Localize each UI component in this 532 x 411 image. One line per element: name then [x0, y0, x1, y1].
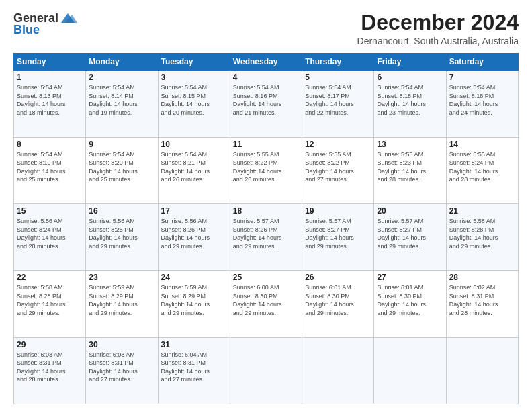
day-info: Sunrise: 5:55 AM Sunset: 8:24 PM Dayligh…	[449, 150, 515, 184]
table-row: 5Sunrise: 5:54 AM Sunset: 8:17 PM Daylig…	[302, 71, 374, 137]
table-row: 26Sunrise: 6:01 AM Sunset: 8:30 PM Dayli…	[302, 271, 374, 337]
col-friday: Friday	[374, 54, 446, 71]
logo-blue: Blue	[13, 23, 40, 37]
day-info: Sunrise: 6:02 AM Sunset: 8:31 PM Dayligh…	[449, 283, 515, 317]
calendar-row: 1Sunrise: 5:54 AM Sunset: 8:13 PM Daylig…	[14, 71, 519, 137]
table-row: 23Sunrise: 5:59 AM Sunset: 8:29 PM Dayli…	[86, 271, 158, 337]
day-number: 4	[233, 73, 299, 82]
day-info: Sunrise: 5:54 AM Sunset: 8:16 PM Dayligh…	[233, 83, 299, 117]
calendar-table: Sunday Monday Tuesday Wednesday Thursday…	[13, 53, 519, 404]
calendar-header-row: Sunday Monday Tuesday Wednesday Thursday…	[14, 54, 519, 71]
calendar-row: 29Sunrise: 6:03 AM Sunset: 8:31 PM Dayli…	[14, 337, 519, 404]
day-info: Sunrise: 5:57 AM Sunset: 8:27 PM Dayligh…	[377, 217, 443, 250]
day-number: 5	[305, 73, 371, 82]
table-row: 2Sunrise: 5:54 AM Sunset: 8:14 PM Daylig…	[86, 71, 158, 137]
table-row: 9Sunrise: 5:54 AM Sunset: 8:20 PM Daylig…	[86, 137, 158, 203]
table-row: 13Sunrise: 5:55 AM Sunset: 8:23 PM Dayli…	[374, 137, 446, 203]
day-info: Sunrise: 6:00 AM Sunset: 8:30 PM Dayligh…	[233, 283, 299, 317]
day-info: Sunrise: 5:58 AM Sunset: 8:28 PM Dayligh…	[449, 217, 515, 250]
col-saturday: Saturday	[446, 54, 518, 71]
day-number: 31	[161, 340, 227, 349]
page: General Blue December 2024 Dernancourt, …	[0, 0, 532, 411]
day-number: 16	[89, 206, 154, 216]
day-info: Sunrise: 5:54 AM Sunset: 8:18 PM Dayligh…	[449, 83, 515, 117]
table-row: 14Sunrise: 5:55 AM Sunset: 8:24 PM Dayli…	[446, 137, 518, 203]
table-row: 15Sunrise: 5:56 AM Sunset: 8:24 PM Dayli…	[14, 203, 86, 270]
table-row: 25Sunrise: 6:00 AM Sunset: 8:30 PM Dayli…	[230, 271, 302, 337]
table-row: 4Sunrise: 5:54 AM Sunset: 8:16 PM Daylig…	[230, 71, 302, 137]
day-info: Sunrise: 6:03 AM Sunset: 8:31 PM Dayligh…	[17, 351, 83, 384]
table-row: 3Sunrise: 5:54 AM Sunset: 8:15 PM Daylig…	[158, 71, 230, 137]
day-info: Sunrise: 6:03 AM Sunset: 8:31 PM Dayligh…	[89, 351, 154, 384]
logo: General Blue	[13, 11, 77, 37]
day-number: 23	[89, 273, 154, 282]
day-info: Sunrise: 5:54 AM Sunset: 8:15 PM Dayligh…	[161, 83, 227, 117]
col-monday: Monday	[86, 54, 158, 71]
table-row	[446, 337, 518, 404]
day-info: Sunrise: 5:58 AM Sunset: 8:28 PM Dayligh…	[17, 283, 83, 317]
day-number: 17	[161, 206, 227, 216]
day-info: Sunrise: 5:57 AM Sunset: 8:27 PM Dayligh…	[305, 217, 371, 250]
table-row: 17Sunrise: 5:56 AM Sunset: 8:26 PM Dayli…	[158, 203, 230, 270]
day-info: Sunrise: 5:54 AM Sunset: 8:17 PM Dayligh…	[305, 83, 371, 117]
day-number: 8	[17, 140, 83, 149]
day-number: 20	[377, 206, 443, 216]
day-info: Sunrise: 5:56 AM Sunset: 8:25 PM Dayligh…	[89, 217, 154, 250]
table-row: 29Sunrise: 6:03 AM Sunset: 8:31 PM Dayli…	[14, 337, 86, 404]
day-number: 27	[377, 273, 443, 282]
table-row: 12Sunrise: 5:55 AM Sunset: 8:22 PM Dayli…	[302, 137, 374, 203]
day-number: 15	[17, 206, 83, 216]
day-number: 11	[233, 140, 299, 149]
table-row: 7Sunrise: 5:54 AM Sunset: 8:18 PM Daylig…	[446, 71, 518, 137]
day-info: Sunrise: 5:56 AM Sunset: 8:26 PM Dayligh…	[161, 217, 227, 250]
calendar-row: 8Sunrise: 5:54 AM Sunset: 8:19 PM Daylig…	[14, 137, 519, 203]
day-number: 3	[161, 73, 227, 82]
day-number: 29	[17, 340, 83, 349]
day-info: Sunrise: 5:54 AM Sunset: 8:14 PM Dayligh…	[89, 83, 154, 117]
day-number: 10	[161, 140, 227, 149]
day-info: Sunrise: 5:55 AM Sunset: 8:22 PM Dayligh…	[233, 150, 299, 184]
table-row: 21Sunrise: 5:58 AM Sunset: 8:28 PM Dayli…	[446, 203, 518, 270]
day-number: 22	[17, 273, 83, 282]
day-info: Sunrise: 5:56 AM Sunset: 8:24 PM Dayligh…	[17, 217, 83, 250]
day-info: Sunrise: 6:01 AM Sunset: 8:30 PM Dayligh…	[305, 283, 371, 317]
table-row: 20Sunrise: 5:57 AM Sunset: 8:27 PM Dayli…	[374, 203, 446, 270]
day-number: 26	[305, 273, 371, 282]
table-row: 18Sunrise: 5:57 AM Sunset: 8:26 PM Dayli…	[230, 203, 302, 270]
col-sunday: Sunday	[14, 54, 86, 71]
day-info: Sunrise: 5:59 AM Sunset: 8:29 PM Dayligh…	[161, 283, 227, 317]
table-row	[302, 337, 374, 404]
day-number: 28	[449, 273, 515, 282]
table-row: 27Sunrise: 6:01 AM Sunset: 8:30 PM Dayli…	[374, 271, 446, 337]
table-row: 8Sunrise: 5:54 AM Sunset: 8:19 PM Daylig…	[14, 137, 86, 203]
day-info: Sunrise: 5:59 AM Sunset: 8:29 PM Dayligh…	[89, 283, 154, 317]
table-row	[230, 337, 302, 404]
table-row: 11Sunrise: 5:55 AM Sunset: 8:22 PM Dayli…	[230, 137, 302, 203]
day-number: 25	[233, 273, 299, 282]
table-row: 28Sunrise: 6:02 AM Sunset: 8:31 PM Dayli…	[446, 271, 518, 337]
title-block: December 2024 Dernancourt, South Austral…	[357, 11, 519, 46]
day-info: Sunrise: 5:54 AM Sunset: 8:19 PM Dayligh…	[17, 150, 83, 184]
main-title: December 2024	[357, 11, 519, 34]
col-thursday: Thursday	[302, 54, 374, 71]
day-info: Sunrise: 6:01 AM Sunset: 8:30 PM Dayligh…	[377, 283, 443, 317]
day-number: 2	[89, 73, 154, 82]
calendar-row: 22Sunrise: 5:58 AM Sunset: 8:28 PM Dayli…	[14, 271, 519, 337]
day-number: 14	[449, 140, 515, 149]
day-number: 6	[377, 73, 443, 82]
table-row: 24Sunrise: 5:59 AM Sunset: 8:29 PM Dayli…	[158, 271, 230, 337]
day-number: 19	[305, 206, 371, 216]
day-number: 1	[17, 73, 83, 82]
day-info: Sunrise: 5:57 AM Sunset: 8:26 PM Dayligh…	[233, 217, 299, 250]
col-tuesday: Tuesday	[158, 54, 230, 71]
table-row: 31Sunrise: 6:04 AM Sunset: 8:31 PM Dayli…	[158, 337, 230, 404]
day-info: Sunrise: 5:55 AM Sunset: 8:23 PM Dayligh…	[377, 150, 443, 184]
day-number: 12	[305, 140, 371, 149]
table-row	[374, 337, 446, 404]
day-number: 21	[449, 206, 515, 216]
logo-icon	[58, 11, 77, 26]
day-number: 7	[449, 73, 515, 82]
table-row: 19Sunrise: 5:57 AM Sunset: 8:27 PM Dayli…	[302, 203, 374, 270]
subtitle: Dernancourt, South Australia, Australia	[357, 36, 519, 46]
calendar-row: 15Sunrise: 5:56 AM Sunset: 8:24 PM Dayli…	[14, 203, 519, 270]
